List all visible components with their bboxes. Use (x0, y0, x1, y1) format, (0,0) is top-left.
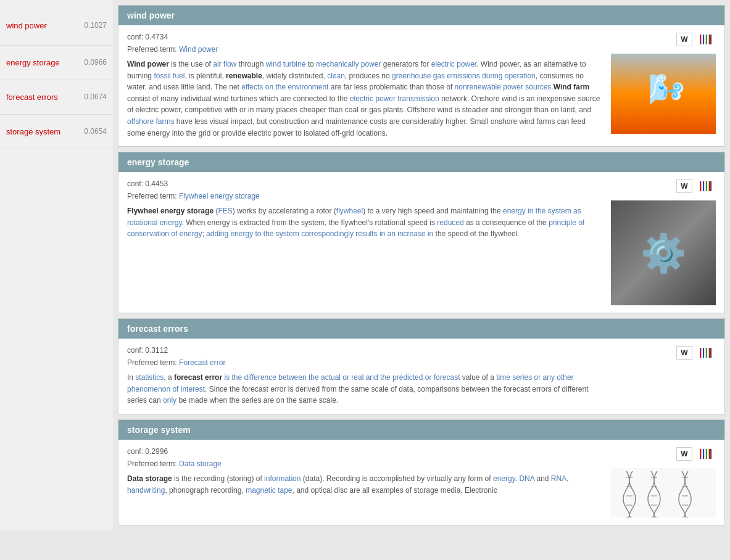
result-card-forecast-errors: forecast errors conf: 0.3112 Preferred t… (118, 318, 725, 414)
barcode-icon (700, 449, 712, 459)
wind-power-image (611, 54, 716, 134)
result-image-area: W (608, 179, 716, 305)
result-body: conf: 0.2996 Preferred term: Data storag… (118, 440, 724, 525)
icon-buttons: W (676, 33, 716, 46)
result-header: storage system (118, 420, 724, 440)
description-text: Data storage is the recording (storing) … (127, 473, 600, 496)
icon-buttons: W (676, 346, 716, 360)
result-header: energy storage (118, 152, 724, 172)
barcode-icon (700, 181, 712, 191)
barcode-icon (700, 35, 712, 44)
result-body: conf: 0.4453 Preferred term: Flywheel en… (118, 172, 724, 313)
sidebar-item-forecast-errors[interactable]: forecast errors 0.0674 (0, 80, 113, 115)
result-card-wind-power: wind power conf: 0.4734 Preferred term: … (118, 5, 725, 147)
preferred-term-value: Forecast error (179, 358, 225, 367)
preferred-term-value: Data storage (179, 459, 222, 468)
description-text: In statistics, a forecast error is the d… (127, 372, 600, 406)
result-title: wind power (127, 10, 175, 20)
preferred-term-label: Preferred term: (127, 45, 177, 54)
preferred-term-label: Preferred term: (127, 459, 177, 468)
result-text-area: conf: 0.3112 Preferred term: Forecast er… (127, 346, 600, 406)
preferred-term-line: Preferred term: Data storage (127, 459, 600, 468)
result-image-area: W (608, 447, 716, 517)
conf-line: conf: 0.3112 (127, 346, 600, 355)
wiki-button[interactable]: W (676, 447, 692, 461)
result-title: storage system (127, 425, 191, 435)
sidebar-term: wind power (6, 21, 79, 30)
sidebar-score: 0.0674 (84, 93, 107, 101)
sidebar-term: forecast errors (6, 93, 79, 102)
result-image-area: W (608, 346, 716, 406)
sidebar-score: 0.0654 (84, 127, 107, 136)
sidebar-item-energy-storage[interactable]: energy storage 0.0966 (0, 46, 113, 80)
barcode-icon (700, 348, 712, 358)
wiki-button[interactable]: W (676, 33, 692, 46)
barcode-button[interactable] (696, 447, 716, 461)
preferred-term-label: Preferred term: (127, 358, 177, 367)
conf-line: conf: 0.4734 (127, 33, 600, 41)
result-text-area: conf: 0.4734 Preferred term: Wind power … (127, 33, 600, 139)
result-card-storage-system: storage system conf: 0.2996 Preferred te… (118, 419, 725, 525)
conf-line: conf: 0.4453 (127, 179, 600, 188)
result-image-area: W (608, 33, 716, 139)
sidebar-term: energy storage (6, 58, 79, 67)
preferred-term-line: Preferred term: Wind power (127, 45, 600, 54)
storage-image (611, 468, 716, 517)
sidebar: wind power 0.1027 energy storage 0.0966 … (0, 0, 113, 530)
preferred-term-line: Preferred term: Flywheel energy storage (127, 192, 600, 200)
main-content: wind power conf: 0.4734 Preferred term: … (113, 0, 730, 530)
icon-buttons: W (676, 447, 716, 461)
barcode-button[interactable] (696, 346, 716, 360)
wiki-button[interactable]: W (676, 179, 692, 193)
result-title: forecast errors (127, 324, 188, 334)
preferred-term-line: Preferred term: Forecast error (127, 358, 600, 367)
wiki-button[interactable]: W (676, 346, 692, 360)
result-title: energy storage (127, 157, 189, 167)
result-text-area: conf: 0.4453 Preferred term: Flywheel en… (127, 179, 600, 305)
sidebar-item-storage-system[interactable]: storage system 0.0654 (0, 115, 113, 149)
flywheel-image (611, 200, 716, 305)
sidebar-score: 0.1027 (84, 21, 107, 30)
preferred-term-label: Preferred term: (127, 192, 177, 200)
sidebar-item-wind-power[interactable]: wind power 0.1027 (0, 6, 113, 46)
preferred-term-value: Wind power (179, 45, 218, 54)
barcode-button[interactable] (696, 33, 716, 46)
result-header: forecast errors (118, 319, 724, 339)
result-body: conf: 0.3112 Preferred term: Forecast er… (118, 339, 724, 414)
conf-line: conf: 0.2996 (127, 447, 600, 456)
icon-buttons: W (676, 179, 716, 193)
barcode-button[interactable] (696, 179, 716, 193)
result-body: conf: 0.4734 Preferred term: Wind power … (118, 25, 724, 146)
sidebar-term: storage system (6, 127, 79, 136)
preferred-term-value: Flywheel energy storage (179, 192, 260, 200)
description-text: Wind power is the use of air flow throug… (127, 59, 600, 139)
sidebar-score: 0.0966 (84, 58, 107, 67)
result-header: wind power (118, 6, 724, 25)
result-text-area: conf: 0.2996 Preferred term: Data storag… (127, 447, 600, 517)
description-text: Flywheel energy storage (FES) works by a… (127, 205, 600, 240)
result-card-energy-storage: energy storage conf: 0.4453 Preferred te… (118, 152, 725, 313)
